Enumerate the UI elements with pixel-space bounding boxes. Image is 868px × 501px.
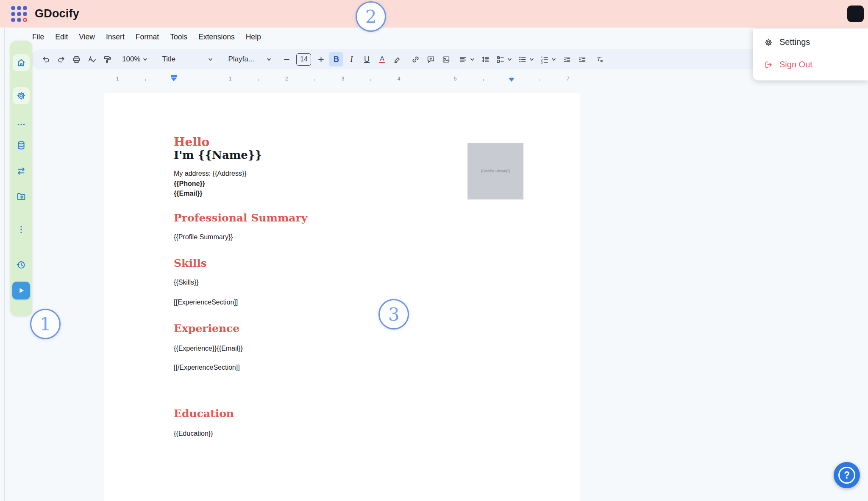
font-size-decrease-button[interactable] [279, 52, 294, 66]
sidebar-item-settings[interactable] [13, 87, 30, 104]
menu-view[interactable]: View [73, 30, 100, 44]
print-button[interactable] [69, 52, 83, 66]
sign-out-icon [764, 60, 773, 69]
window-edge-line [4, 28, 5, 501]
plus-icon [317, 55, 326, 64]
play-icon [16, 285, 26, 296]
highlight-button[interactable] [390, 52, 404, 66]
numbered-list-dropdown[interactable]: 123 [538, 52, 558, 66]
sidebar-item-history[interactable] [13, 256, 30, 273]
sidebar-item-home[interactable] [13, 54, 30, 71]
app-header: GDocify [0, 0, 868, 28]
menu-tools[interactable]: Tools [164, 30, 193, 44]
doc-line-profile-summary[interactable]: {{Profile Summary}} [174, 233, 233, 241]
profile-picture-placeholder[interactable]: {{Profile Picture}} [467, 143, 523, 199]
doc-heading-education[interactable]: Education [174, 407, 234, 420]
redo-icon [57, 55, 66, 64]
indent-increase-button[interactable] [575, 52, 589, 66]
bold-button[interactable]: B [329, 52, 343, 66]
doc-line-education[interactable]: {{Education}} [174, 430, 213, 437]
insert-link-button[interactable] [408, 52, 423, 66]
font-size-field[interactable]: 14 [296, 53, 311, 66]
underline-button[interactable]: U [359, 52, 374, 66]
annotation-badge-1: 1 [30, 309, 61, 339]
menu-insert[interactable]: Insert [100, 30, 130, 44]
annotation-badge-3: 3 [378, 299, 409, 329]
add-comment-button[interactable] [423, 52, 438, 66]
redo-button[interactable] [54, 52, 68, 66]
right-indent-marker[interactable] [509, 78, 515, 82]
bullet-list-icon [518, 55, 527, 64]
doc-line-skills[interactable]: {{Skills}} [174, 279, 199, 286]
menu-file[interactable]: File [27, 30, 50, 44]
doc-line-experience[interactable]: {{Experience}}{{Email}} [174, 345, 243, 352]
font-family-dropdown[interactable]: Playfa... [225, 52, 275, 66]
paragraph-style-value: Title [162, 55, 175, 64]
document-page[interactable]: Hello I'm {{Name}} My address: {{Address… [104, 93, 580, 501]
font-size-value: 14 [300, 55, 308, 63]
menu-edit[interactable]: Edit [50, 30, 73, 44]
bullet-list-dropdown[interactable] [516, 52, 536, 66]
account-avatar[interactable] [847, 6, 864, 22]
chevron-down-icon [529, 57, 534, 62]
doc-heading-professional-summary[interactable]: Professional Summary [174, 212, 307, 224]
formatting-toolbar: 100% Title Playfa... 14 B I U A [31, 49, 837, 69]
highlighter-icon [393, 55, 402, 64]
align-dropdown[interactable] [457, 52, 476, 66]
menu-extensions[interactable]: Extensions [193, 30, 240, 44]
indent-decrease-button[interactable] [559, 52, 574, 66]
sign-out-label: Sign Out [779, 60, 812, 69]
sidebar-more-menu[interactable] [13, 116, 30, 133]
doc-heading-experience[interactable]: Experience [174, 322, 239, 335]
menu-item-sign-out[interactable]: Sign Out [753, 55, 868, 75]
chevron-down-icon [267, 57, 271, 62]
sidebar-item-database[interactable] [13, 137, 30, 154]
doc-line-address[interactable]: My address: {{Address}} [174, 170, 247, 177]
doc-heading-hello[interactable]: Hello [174, 135, 209, 149]
home-icon [16, 58, 26, 68]
doc-line-phone[interactable]: {{Phone}} [174, 180, 205, 188]
doc-line-email[interactable]: {{Email}} [174, 190, 203, 197]
text-color-button[interactable]: A [375, 52, 389, 66]
chevron-down-icon [507, 57, 512, 62]
numbered-list-icon: 123 [540, 55, 549, 64]
more-horizontal-icon [16, 119, 26, 130]
doc-line-experience-section-open[interactable]: [[ExperienceSection]] [174, 299, 238, 306]
doc-line-experience-section-close[interactable]: [[/ExperienceSection]] [174, 364, 240, 371]
indent-decrease-icon [562, 55, 571, 64]
help-button[interactable]: ? [834, 462, 860, 488]
line-spacing-button[interactable] [478, 52, 492, 66]
clear-formatting-button[interactable] [592, 52, 606, 66]
doc-heading-name[interactable]: I'm {{Name}} [174, 149, 262, 161]
line-spacing-icon [481, 55, 490, 64]
sidebar-item-transfer[interactable] [13, 163, 30, 180]
more-vertical-icon [16, 224, 26, 235]
folder-gear-icon [16, 191, 26, 202]
gear-icon [16, 91, 26, 101]
print-icon [72, 55, 81, 64]
zoom-dropdown[interactable]: 100% [119, 52, 151, 66]
sidebar-run-button[interactable] [12, 282, 30, 299]
checklist-dropdown[interactable] [494, 52, 514, 66]
logo-red-dot [23, 18, 27, 22]
checklist-icon [496, 55, 505, 64]
chevron-down-icon [143, 57, 147, 62]
menu-format[interactable]: Format [130, 30, 164, 44]
paragraph-style-dropdown[interactable]: Title [159, 52, 216, 66]
spell-check-button[interactable] [84, 52, 99, 66]
font-family-value: Playfa... [228, 55, 254, 64]
account-dropdown-menu: Settings Sign Out [753, 29, 868, 80]
image-icon [442, 55, 451, 64]
undo-button[interactable] [39, 52, 53, 66]
doc-heading-skills[interactable]: Skills [174, 257, 207, 269]
database-icon [16, 140, 26, 150]
menu-help[interactable]: Help [240, 30, 267, 44]
sidebar-item-more[interactable] [13, 221, 30, 238]
sidebar-item-folder-settings[interactable] [13, 188, 30, 205]
insert-image-button[interactable] [439, 52, 453, 66]
left-indent-marker[interactable] [171, 75, 177, 81]
font-size-increase-button[interactable] [314, 52, 328, 66]
italic-button[interactable]: I [344, 52, 359, 66]
menu-item-settings[interactable]: Settings [753, 32, 868, 52]
paint-format-button[interactable] [100, 52, 114, 66]
